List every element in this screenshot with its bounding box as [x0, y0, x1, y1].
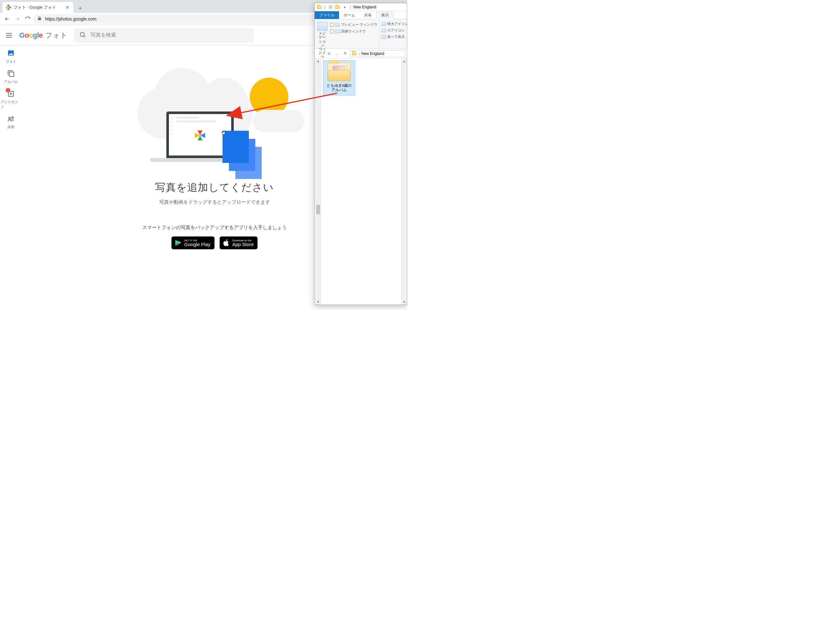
qat-properties-icon[interactable]: ☑	[328, 5, 333, 9]
apple-icon	[222, 239, 230, 247]
explorer-address-bar: ⌄ ›New England	[315, 49, 407, 59]
albums-icon	[7, 70, 15, 77]
small-icons-icon	[382, 28, 386, 32]
address-bar-url: https://photos.google.com	[45, 16, 96, 22]
search-icon	[79, 31, 86, 40]
svg-point-3	[9, 117, 11, 119]
sidebar-item-label: アルバム	[4, 79, 18, 84]
google-photos-logo[interactable]: Google フォト	[19, 30, 68, 40]
empty-state-cta: スマートフォンの写真をバックアップするアプリを入手しましょう	[142, 225, 287, 231]
main-menu-button[interactable]	[5, 32, 13, 39]
layout-extra-large-icons[interactable]: 特大アイコン	[382, 21, 407, 27]
ribbon-body: ナビゲーション ウィンドウ ▼ プレビュー ウィンドウ 詳細ウィンドウ ペイン …	[315, 19, 407, 49]
details-pane-toggle[interactable]: 詳細ウィンドウ	[330, 28, 377, 34]
logo-product-name: フォト	[45, 30, 68, 40]
google-play-icon	[174, 239, 182, 247]
grab-cursor-icon	[221, 130, 227, 137]
folder-item-label: ともゆき0歳のアルバム	[325, 83, 354, 93]
explorer-up-button[interactable]	[342, 50, 349, 57]
empty-state-subtitle: 写真や動画をドラッグするとアップロードできます	[159, 199, 270, 205]
explorer-items-view[interactable]: ともゆき0歳のアルバム ▲ ▼	[321, 59, 407, 305]
folder-item[interactable]: ともゆき0歳のアルバム	[323, 60, 355, 95]
tiles-icon	[382, 35, 386, 39]
forward-button[interactable]	[13, 14, 22, 24]
explorer-title-bar[interactable]: | ☑ ▾ | New England	[315, 3, 407, 11]
sidebar-item-photos[interactable]: フォト	[1, 49, 21, 64]
explorer-forward-button[interactable]	[325, 50, 332, 57]
sidebar-item-assistant[interactable]: 1 アシスタント	[1, 90, 21, 109]
scrollbar-thumb[interactable]	[316, 205, 320, 214]
items-scrollbar[interactable]: ▲ ▼	[401, 59, 407, 305]
preview-pane-toggle[interactable]: プレビュー ウィンドウ	[330, 22, 377, 27]
layout-tiles[interactable]: 並べて表示	[382, 34, 407, 40]
ribbon-group-panes: ナビゲーション ウィンドウ ▼ プレビュー ウィンドウ 詳細ウィンドウ ペイン	[315, 19, 379, 49]
folder-icon	[352, 51, 357, 56]
empty-state-title: 写真を追加してください	[155, 180, 274, 195]
sharing-icon	[7, 115, 15, 123]
empty-state-illustration	[125, 68, 305, 171]
back-button[interactable]	[3, 14, 11, 24]
svg-point-4	[12, 117, 14, 119]
ribbon-tabs: ファイル ホーム 共有 表示	[315, 11, 407, 19]
app-store-big-text: App Store	[232, 242, 254, 247]
app-store-badge[interactable]: Download on the App Store	[219, 236, 258, 249]
reload-button[interactable]	[23, 14, 32, 24]
tab-close-icon[interactable]: ✕	[65, 5, 70, 10]
sidebar: フォト アルバム 1 アシスタント 共有	[0, 46, 22, 310]
address-bar[interactable]: https://photos.google.com	[33, 14, 316, 24]
photos-icon	[7, 49, 15, 57]
search-placeholder: 写真を検索	[90, 32, 116, 38]
explorer-window-title: New England	[353, 5, 376, 9]
extra-large-icons-icon	[382, 22, 386, 26]
explorer-window[interactable]: | ☑ ▾ | New England ファイル ホーム 共有 表示 ナビゲーシ…	[314, 3, 407, 305]
explorer-history-button[interactable]: ⌄	[333, 50, 340, 57]
ribbon-tab-view[interactable]: 表示	[376, 11, 394, 19]
explorer-content: ▲ ▼ ともゆき0歳のアルバム ▲ ▼	[315, 59, 407, 305]
nav-pane-scrollbar[interactable]: ▲ ▼	[315, 59, 321, 305]
google-play-badge[interactable]: GET IT ON Google Play	[172, 236, 215, 249]
svg-rect-1	[9, 72, 14, 76]
ribbon-group-layout: 特大アイコン 小アイコン 並べて表示	[379, 19, 407, 49]
browser-tab-title: フォト - Google フォト	[14, 5, 62, 10]
ribbon-tab-home[interactable]: ホーム	[339, 11, 360, 19]
sidebar-item-label: 共有	[7, 125, 14, 130]
qat-new-folder-icon[interactable]	[335, 5, 340, 9]
assistant-icon: 1	[7, 90, 15, 98]
search-box[interactable]: 写真を検索	[74, 28, 254, 43]
sidebar-item-label: フォト	[6, 59, 16, 64]
svg-point-0	[80, 32, 84, 36]
scroll-down-icon[interactable]: ▼	[316, 299, 321, 305]
store-badges: GET IT ON Google Play Download on the Ap…	[172, 236, 257, 249]
scroll-down-icon[interactable]: ▼	[402, 299, 407, 305]
lock-icon	[37, 16, 42, 22]
explorer-nav-pane[interactable]: ▲ ▼	[315, 59, 321, 305]
browser-tab[interactable]: フォト - Google フォト ✕	[3, 2, 73, 13]
folder-thumbnail	[327, 63, 351, 81]
ribbon-tab-file[interactable]: ファイル	[315, 11, 339, 19]
new-tab-button[interactable]: +	[76, 4, 85, 13]
sidebar-item-albums[interactable]: アルバム	[1, 70, 21, 84]
google-photos-favicon	[6, 5, 11, 10]
scroll-up-icon[interactable]: ▲	[402, 59, 407, 64]
ribbon-tab-share[interactable]: 共有	[360, 11, 376, 19]
scroll-up-icon[interactable]: ▲	[316, 59, 321, 64]
folder-icon	[317, 5, 322, 9]
explorer-back-button[interactable]	[317, 50, 324, 57]
explorer-address-box[interactable]: ›New England	[350, 50, 405, 57]
breadcrumb[interactable]: ›New England	[358, 51, 384, 56]
qat-customize-icon[interactable]: ▾	[342, 5, 347, 9]
assistant-badge: 1	[6, 88, 10, 93]
sidebar-item-sharing[interactable]: 共有	[1, 115, 21, 130]
layout-small-icons[interactable]: 小アイコン	[382, 28, 407, 33]
navigation-pane-icon	[317, 22, 327, 31]
google-play-big-text: Google Play	[184, 242, 211, 247]
sidebar-item-label: アシスタント	[1, 100, 21, 109]
google-wordmark: Google	[19, 31, 43, 40]
